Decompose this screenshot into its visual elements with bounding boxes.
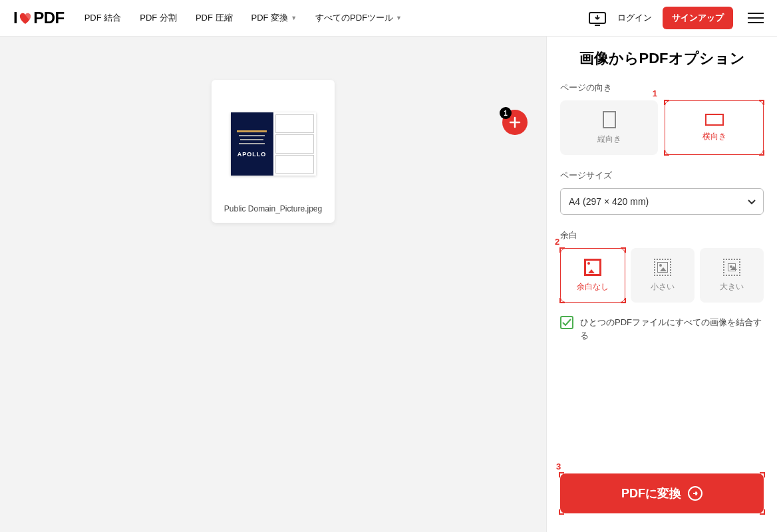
- merge-checkbox[interactable]: [560, 316, 573, 329]
- heart-icon: [18, 11, 33, 25]
- file-count-badge: 1: [500, 107, 512, 119]
- logo-text-left: I: [13, 9, 17, 27]
- margin-label: 余白: [560, 229, 764, 241]
- orientation-options: 縦向き 横向き 1: [560, 100, 764, 155]
- file-name: Public Domain_Picture.jpeg: [221, 204, 325, 213]
- nav-convert[interactable]: PDF 変換▼: [251, 12, 297, 24]
- chevron-down-icon: ▼: [396, 15, 402, 21]
- image-big-margin-icon: [723, 259, 740, 276]
- merge-checkbox-row: ひとつのPDFファイルにすべての画像を結合する: [560, 316, 764, 342]
- margin-big[interactable]: 大きい: [700, 248, 764, 303]
- orientation-landscape[interactable]: 横向き: [665, 100, 764, 155]
- plus-icon: [508, 116, 522, 129]
- landscape-icon: [705, 114, 724, 126]
- file-card[interactable]: APOLLO Public Domain_Picture.jpeg: [212, 80, 335, 223]
- page-size-label: ページサイズ: [560, 170, 764, 182]
- sidebar-title: 画像からPDFオプション: [560, 49, 764, 68]
- nav-split[interactable]: PDF 分割: [140, 12, 177, 24]
- margin-small[interactable]: 小さい: [631, 248, 695, 303]
- orientation-label: ページの向き: [560, 82, 764, 94]
- arrow-right-circle-icon: [688, 486, 702, 501]
- orientation-portrait[interactable]: 縦向き: [560, 100, 658, 155]
- check-icon: [562, 319, 571, 327]
- annotation-2: 2: [555, 237, 559, 247]
- hamburger-menu-icon[interactable]: [748, 13, 764, 23]
- nav-compress[interactable]: PDF 圧縮: [196, 12, 233, 24]
- logo-text-right: PDF: [33, 9, 65, 27]
- margin-none[interactable]: 余白なし: [560, 248, 625, 303]
- nav-all-tools[interactable]: すべてのPDFツール▼: [315, 12, 402, 24]
- header-right: ログイン サインアップ: [588, 7, 764, 29]
- image-icon: [584, 259, 601, 276]
- logo[interactable]: I PDF: [13, 9, 65, 27]
- margin-options: 余白なし 小さい 大きい 2: [560, 248, 764, 303]
- header: I PDF PDF 結合 PDF 分割 PDF 圧縮 PDF 変換▼ すべてのP…: [0, 0, 777, 37]
- page-size-select[interactable]: A4 (297 × 420 mm): [560, 188, 764, 215]
- main-nav: PDF 結合 PDF 分割 PDF 圧縮 PDF 変換▼ すべてのPDFツール▼: [84, 12, 402, 24]
- merge-checkbox-label: ひとつのPDFファイルにすべての画像を結合する: [580, 316, 764, 342]
- chevron-down-icon: ▼: [291, 15, 297, 21]
- file-canvas: APOLLO Public Domain_Picture.jpeg 1: [0, 37, 546, 532]
- portrait-icon: [603, 111, 616, 128]
- desktop-download-icon[interactable]: [588, 10, 607, 26]
- page-size-select-wrap: A4 (297 × 420 mm): [560, 188, 764, 215]
- nav-merge[interactable]: PDF 結合: [84, 12, 122, 24]
- options-sidebar: 画像からPDFオプション ページの向き 縦向き 横向き 1 ページサイズ A4 …: [546, 37, 777, 532]
- login-link[interactable]: ログイン: [617, 12, 652, 24]
- signup-button[interactable]: サインアップ: [663, 7, 733, 29]
- convert-button[interactable]: PDFに変換: [560, 473, 764, 513]
- main-content: APOLLO Public Domain_Picture.jpeg 1 画像から…: [0, 37, 777, 532]
- image-small-margin-icon: [654, 259, 671, 276]
- file-thumbnail: APOLLO: [221, 89, 325, 199]
- add-file-button[interactable]: 1: [502, 110, 528, 135]
- annotation-3: 3: [556, 462, 561, 471]
